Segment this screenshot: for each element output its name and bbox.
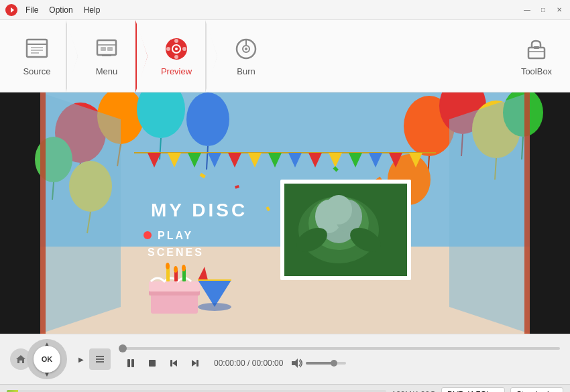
disc-type-select[interactable]: DVD (4.7G) DVD (8.5G) Blu-ray 25G [441,387,505,393]
playback-section: 00:00:00 / 00:00:00 [116,347,560,371]
svg-marker-0 [11,7,14,13]
burn-label: Burn [237,66,255,76]
menu-label: Menu [96,66,118,76]
party-scene: MY DISC PLAY SCENES [0,92,570,334]
burn-icon [233,36,260,62]
svg-rect-28 [0,92,40,334]
svg-point-20 [245,48,247,50]
preview-icon [163,36,190,62]
svg-point-16 [174,55,178,59]
toolbar-items: Source Menu [7,20,510,92]
toolbar-preview[interactable]: Preview [146,26,207,86]
svg-rect-96 [149,281,200,291]
svg-rect-116 [196,360,198,367]
svg-rect-1 [27,40,47,57]
svg-rect-23 [534,46,539,49]
svg-point-91 [325,195,352,224]
svg-point-101 [174,266,178,273]
volume-handle[interactable] [331,360,337,367]
status-bar: 122M/4.30G DVD (4.7G) DVD (8.5G) Blu-ray… [0,384,570,392]
svg-point-39 [186,92,229,146]
app-icon [5,4,17,16]
controls-bar: ▲ ▼ OK ▶ [0,334,570,384]
toolbox-icon [523,36,550,62]
svg-point-15 [182,47,186,51]
svg-marker-77 [449,92,530,334]
title-bar: File Option Help — □ ✕ [0,0,570,20]
preview-area: MY DISC PLAY SCENES [0,92,570,334]
svg-rect-6 [97,40,116,55]
progress-bar[interactable] [123,347,560,350]
nav-cluster: ▲ ▼ OK ▶ [10,339,84,379]
toolbox-label: ToolBox [521,66,552,76]
file-size-display: 122M/4.30G [392,390,436,393]
maximize-button[interactable]: □ [538,5,549,15]
menu-help[interactable]: Help [84,5,101,15]
svg-rect-79 [524,92,530,334]
playback-controls: 00:00:00 / 00:00:00 [123,355,560,371]
pause-button[interactable] [123,355,139,371]
svg-marker-76 [40,92,121,334]
svg-marker-113 [172,360,177,367]
minimize-button[interactable]: — [522,5,532,15]
volume-fill [306,362,334,365]
svg-text:SCENES: SCENES [148,247,204,258]
time-display: 00:00:00 / 00:00:00 [214,358,283,368]
status-progress-bar [7,390,386,393]
toolbar-toolbox[interactable]: ToolBox [510,26,563,86]
svg-rect-110 [127,359,130,367]
next-button[interactable] [187,355,203,371]
progress-row [123,347,560,350]
menu-items: File Option Help [25,5,100,15]
svg-rect-22 [528,48,545,58]
source-label: Source [23,66,50,76]
svg-point-106 [198,303,231,311]
quality-select[interactable]: Standard High Low [510,387,563,393]
list-button[interactable] [89,348,111,370]
volume-icon[interactable] [291,358,303,369]
svg-rect-112 [149,360,156,367]
volume-slider[interactable] [306,362,346,365]
svg-point-81 [144,231,152,239]
preview-label: Preview [161,66,192,76]
toolbar-source[interactable]: Source [7,26,67,86]
toolbar-arrow-1 [66,20,78,92]
svg-text:MY DISC: MY DISC [151,200,247,220]
toolbar: Source Menu [0,20,570,92]
svg-marker-117 [292,358,298,368]
status-progress-fill [7,390,18,393]
svg-rect-78 [40,92,46,334]
volume-section [291,358,346,369]
nav-right-button[interactable]: ▶ [78,356,84,363]
menu-icon [93,36,120,62]
menu-option[interactable]: Option [49,5,72,15]
svg-rect-9 [107,47,113,51]
close-button[interactable]: ✕ [554,5,565,15]
svg-rect-111 [131,359,134,367]
stop-button[interactable] [144,355,160,371]
toolbar-burn[interactable]: Burn [216,26,276,86]
source-icon [23,36,50,62]
svg-rect-8 [101,47,106,51]
svg-point-100 [166,263,170,269]
toolbar-arrow-3 [205,20,217,92]
svg-rect-114 [170,360,172,367]
svg-point-14 [174,39,178,43]
menu-file[interactable]: File [25,5,38,15]
toolbar-arrow-active [135,20,148,92]
progress-handle[interactable] [119,344,127,352]
toolbar-menu[interactable]: Menu [76,26,137,86]
svg-text:PLAY: PLAY [158,230,193,241]
svg-point-17 [166,47,170,51]
svg-point-13 [175,48,178,50]
svg-marker-115 [192,360,196,367]
nav-ok-button[interactable]: OK [34,346,60,373]
svg-point-102 [182,265,186,271]
title-bar-left: File Option Help [5,4,100,16]
nav-ring: ▲ ▼ OK [27,339,67,379]
window-controls: — □ ✕ [522,5,565,15]
prev-button[interactable] [166,355,182,371]
